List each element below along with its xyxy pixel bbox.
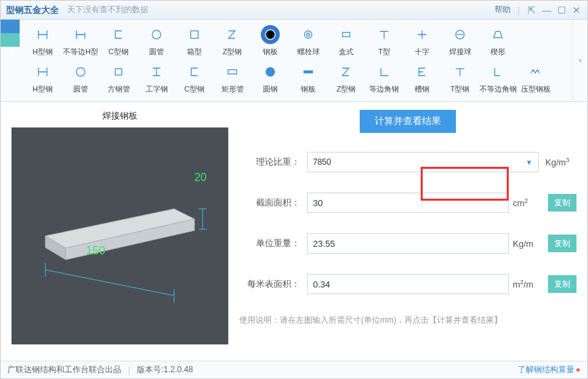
app-subtitle: 天下没有查不到的数据 bbox=[67, 4, 148, 16]
profile-label: H型钢 bbox=[33, 47, 53, 57]
density-unit: Kg/m3 bbox=[545, 157, 576, 167]
profile-t2[interactable]: T型钢 bbox=[441, 61, 479, 96]
profile-t[interactable]: T型 bbox=[365, 24, 403, 58]
profile-hex[interactable]: 盒式 bbox=[327, 24, 365, 58]
hex-icon bbox=[337, 25, 356, 44]
svg-point-0 bbox=[152, 31, 161, 39]
profile-press[interactable]: 压型钢板 bbox=[517, 61, 555, 96]
profile-z2[interactable]: Z型钢 bbox=[327, 61, 365, 96]
profile-label: 矩形管 bbox=[222, 84, 244, 94]
profile-label: 钢板 bbox=[301, 84, 316, 94]
vtab-section[interactable]: 型材 bbox=[1, 33, 20, 47]
profile-label: 工字钢 bbox=[146, 84, 168, 94]
svg-rect-11 bbox=[304, 71, 313, 73]
minimize-icon[interactable]: — bbox=[541, 5, 552, 16]
profile-wedge[interactable]: 楔形 bbox=[479, 24, 517, 58]
press-icon bbox=[526, 62, 545, 81]
svg-rect-9 bbox=[228, 70, 237, 74]
z-icon bbox=[223, 25, 242, 44]
profile-label: 不等边角钢 bbox=[480, 84, 517, 94]
profile-h[interactable]: H型钢 bbox=[24, 24, 62, 58]
dim-width[interactable]: 150 bbox=[86, 244, 105, 258]
profile-plate[interactable]: 钢板 bbox=[251, 24, 289, 58]
t-icon bbox=[375, 25, 394, 44]
profile-h2[interactable]: H型钢 bbox=[24, 61, 62, 96]
profile-ang[interactable]: 等边角钢 bbox=[365, 61, 403, 96]
weight-input[interactable] bbox=[307, 233, 509, 254]
area-label: 截面面积： bbox=[239, 197, 300, 209]
profile-label: 压型钢板 bbox=[521, 84, 551, 94]
ang-icon bbox=[375, 62, 394, 81]
profile-label: 箱型 bbox=[187, 47, 202, 57]
svg-rect-8 bbox=[115, 68, 121, 75]
profile-label: 等边角钢 bbox=[369, 84, 399, 94]
status-version: 版本号:1.2.0.48 bbox=[137, 364, 193, 376]
profile-pl2[interactable]: 钢板 bbox=[289, 61, 327, 96]
maximize-icon[interactable]: ☐ bbox=[556, 5, 567, 16]
ribbon-scroll-right[interactable]: › bbox=[572, 20, 587, 101]
profile-label: 圆钢 bbox=[263, 84, 278, 94]
svg-rect-1 bbox=[191, 31, 198, 39]
copy-surface-button[interactable]: 复制 bbox=[548, 275, 576, 293]
profile-z[interactable]: Z型钢 bbox=[213, 24, 251, 58]
svg-point-2 bbox=[266, 30, 275, 39]
h2-icon bbox=[33, 62, 52, 81]
dim-thickness[interactable]: 20 bbox=[194, 172, 207, 184]
profile-rod[interactable]: 圆钢 bbox=[251, 61, 289, 96]
pin-icon[interactable]: ⇱ bbox=[526, 5, 537, 16]
rod-icon bbox=[261, 62, 280, 81]
profile-bolt[interactable]: 螺栓球 bbox=[289, 24, 327, 58]
close-icon[interactable]: ✕ bbox=[571, 5, 582, 16]
profile-ring[interactable]: 圆管 bbox=[138, 24, 175, 58]
surface-label: 每米表面积： bbox=[239, 278, 300, 290]
profile-label: 方钢管 bbox=[108, 84, 130, 94]
copy-weight-button[interactable]: 复制 bbox=[548, 235, 576, 252]
pl2-icon bbox=[299, 62, 318, 81]
usage-note: 使用说明：请在左图输入所需尺寸(单位mm)，再点击【计算并查看结果】 bbox=[239, 315, 576, 326]
profile-c[interactable]: C型钢 bbox=[100, 24, 138, 58]
weight-label: 单位重量： bbox=[239, 237, 300, 250]
i-icon bbox=[147, 62, 166, 81]
uang-icon bbox=[488, 62, 507, 81]
density-label: 理论比重： bbox=[239, 156, 300, 168]
profile-cross[interactable]: 十字 bbox=[403, 24, 441, 58]
ribbon-row-section: H型钢圆管方钢管工字钢C型钢矩形管圆钢钢板Z型钢等边角钢槽钢T型钢不等边角钢压型… bbox=[20, 60, 572, 97]
surface-unit: m2/m bbox=[513, 279, 544, 290]
vtab-weld[interactable]: 焊接 bbox=[1, 20, 20, 33]
help-link[interactable]: 帮助 bbox=[495, 4, 511, 16]
box-icon bbox=[185, 25, 204, 44]
profile-c2[interactable]: C型钢 bbox=[175, 61, 213, 96]
profile-box[interactable]: 箱型 bbox=[175, 24, 213, 58]
profile-label: 楔形 bbox=[490, 47, 505, 57]
bolt-icon bbox=[299, 25, 318, 44]
profile-rect[interactable]: 矩形管 bbox=[213, 61, 251, 96]
titlebar: 型钢五金大全 天下没有查不到的数据 帮助 | ⇱ — ☐ ✕ bbox=[1, 1, 587, 20]
profile-label: H型钢 bbox=[33, 84, 53, 94]
ch-icon bbox=[413, 62, 432, 81]
profile-sq[interactable]: 方钢管 bbox=[100, 61, 138, 96]
profile-label: 螺栓球 bbox=[297, 47, 320, 57]
profile-ch[interactable]: 槽钢 bbox=[403, 61, 441, 96]
status-link[interactable]: 了解钢结构算量● bbox=[518, 364, 581, 376]
t2-icon bbox=[450, 62, 469, 81]
profile-label: T型 bbox=[378, 47, 390, 57]
profile-label: 盒式 bbox=[339, 47, 354, 57]
uh-icon bbox=[71, 25, 90, 44]
ring-icon bbox=[147, 25, 166, 44]
profile-wball[interactable]: 焊接球 bbox=[441, 24, 479, 58]
calculate-button[interactable]: 计算并查看结果 bbox=[360, 110, 456, 133]
rect-icon bbox=[223, 62, 242, 81]
profile-label: 不等边H型 bbox=[63, 47, 98, 57]
profile-rp[interactable]: 圆管 bbox=[62, 61, 100, 96]
profile-label: 焊接球 bbox=[449, 47, 471, 57]
c-icon bbox=[109, 25, 128, 44]
profile-uh[interactable]: 不等边H型 bbox=[62, 24, 100, 58]
copy-area-button[interactable]: 复制 bbox=[548, 194, 576, 212]
profile-label: T型钢 bbox=[450, 84, 470, 94]
surface-input[interactable] bbox=[307, 274, 509, 294]
profile-label: Z型钢 bbox=[223, 47, 243, 57]
profile-i[interactable]: 工字钢 bbox=[138, 61, 175, 96]
diagram-canvas[interactable]: 20 150 bbox=[12, 127, 228, 344]
profile-uang[interactable]: 不等边角钢 bbox=[479, 61, 517, 96]
rp-icon bbox=[71, 62, 90, 81]
